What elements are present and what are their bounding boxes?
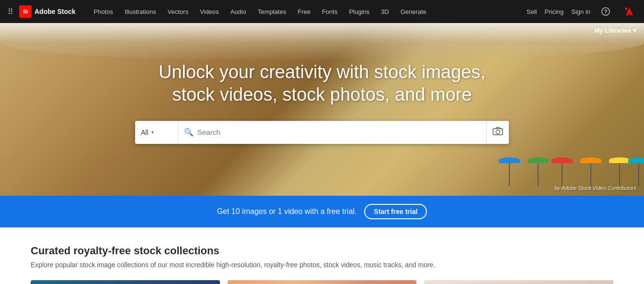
adobe-logo-icon[interactable] <box>621 4 636 19</box>
help-icon[interactable]: ? <box>598 4 613 19</box>
visual-search-button[interactable] <box>486 121 509 144</box>
svg-text:?: ? <box>604 9 608 14</box>
nav-item-generate[interactable]: Generate <box>396 0 431 23</box>
collection-card-3[interactable] <box>424 280 613 284</box>
svg-point-3 <box>496 130 500 134</box>
nav-item-3d[interactable]: 3D <box>376 0 394 23</box>
collections-grid: 🐦 = hello, player!= hello, player! <box>31 280 613 284</box>
nav-sell[interactable]: Sell <box>527 8 537 15</box>
hero-title: Unlock your creativity with stock images… <box>135 61 509 106</box>
collection-card-2[interactable]: = hello, player!= hello, player! <box>228 280 417 284</box>
promo-text: Get 10 images or 1 video with a free tri… <box>217 207 357 216</box>
nav-item-audio[interactable]: Audio <box>226 0 251 23</box>
svg-point-4 <box>501 130 502 130</box>
nav-item-fonts[interactable]: Fonts <box>317 0 343 23</box>
search-category-label: All <box>141 129 149 136</box>
nav-right: Sell Pricing Sign in ? <box>527 4 636 19</box>
nav-item-photos[interactable]: Photos <box>89 0 118 23</box>
collections-title: Curated royalty-free stock collections <box>31 245 613 257</box>
search-category-dropdown[interactable]: All ▾ <box>135 121 178 144</box>
chevron-down-icon: ▾ <box>151 130 154 135</box>
search-icon: 🔍 <box>184 128 194 137</box>
nav-item-templates[interactable]: Templates <box>253 0 291 23</box>
search-bar: All ▾ 🔍 <box>135 121 509 144</box>
hero-content: Unlock your creativity with stock images… <box>0 23 644 196</box>
nav-pricing[interactable]: Pricing <box>545 8 564 15</box>
nav-links: Photos Illustrations Vectors Videos Audi… <box>89 0 527 23</box>
promo-banner: Get 10 images or 1 video with a free tri… <box>0 196 644 227</box>
camera-icon <box>493 127 503 138</box>
nav-item-plugins[interactable]: Plugins <box>344 0 374 23</box>
nav-item-illustrations[interactable]: Illustrations <box>120 0 161 23</box>
logo-name: Adobe Stock <box>34 8 76 15</box>
nav-signin[interactable]: Sign in <box>571 8 590 15</box>
collections-section: Curated royalty-free stock collections E… <box>0 227 644 284</box>
nav-item-free[interactable]: Free <box>293 0 315 23</box>
grid-icon[interactable]: ⠿ <box>8 7 13 16</box>
navbar: ⠿ St Adobe Stock Photos Illustrations Ve… <box>0 0 644 23</box>
start-free-trial-button[interactable]: Start free trial <box>364 204 427 219</box>
hero-section: My Libraries ▾ by Adobe Stock Video Cont… <box>0 23 644 196</box>
collections-subtitle: Explore popular stock image collections … <box>31 261 613 269</box>
search-input[interactable] <box>197 128 481 136</box>
search-input-wrap: 🔍 <box>178 121 486 144</box>
logo[interactable]: St Adobe Stock <box>19 5 76 18</box>
logo-box: St <box>19 5 32 18</box>
nav-item-vectors[interactable]: Vectors <box>163 0 193 23</box>
nav-item-videos[interactable]: Videos <box>195 0 224 23</box>
collection-card-1[interactable]: 🐦 <box>31 280 220 284</box>
